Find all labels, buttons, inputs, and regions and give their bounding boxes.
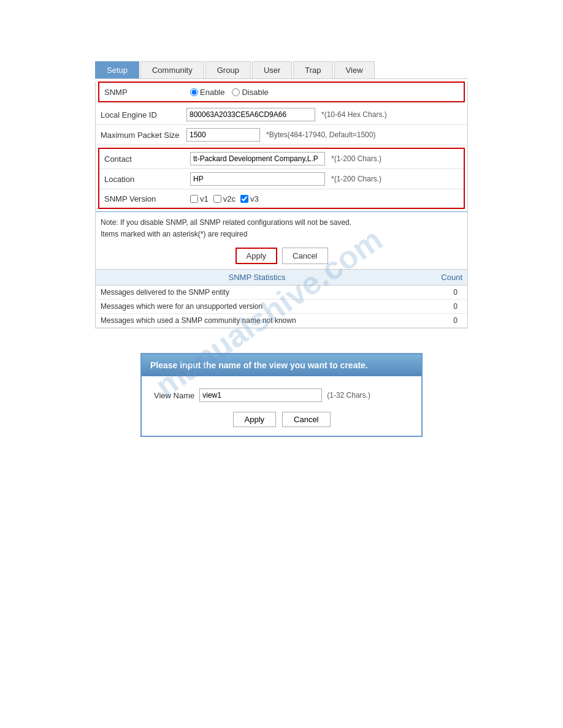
local-engine-id-input[interactable]	[186, 108, 315, 121]
v2c-label[interactable]: v2c	[213, 194, 236, 203]
form-area: SNMP Enable Disable Local Engine ID	[95, 82, 468, 328]
tab-view[interactable]: View	[334, 61, 375, 78]
tab-community[interactable]: Community	[140, 61, 204, 78]
v1-checkbox[interactable]	[190, 195, 198, 203]
v1-label[interactable]: v1	[190, 194, 209, 203]
stats-row-count: 0	[418, 300, 467, 314]
note-line2: Items marked with an asterisk(*) are req…	[101, 229, 462, 240]
snmp-version-row: SNMP Version v1 v2c v3	[99, 189, 464, 208]
stats-row-label: Messages delivered to the SNMP entity	[96, 286, 418, 300]
local-engine-id-label: Local Engine ID	[101, 110, 186, 119]
contact-control: *(1-200 Chars.)	[190, 152, 459, 165]
contact-input[interactable]	[190, 152, 325, 165]
tab-setup[interactable]: Setup	[95, 61, 139, 78]
modal-box: Please input the name of the view you wa…	[140, 353, 423, 437]
tab-bar: Setup Community Group User Trap View	[95, 61, 468, 79]
v2c-checkbox[interactable]	[213, 195, 221, 203]
view-name-label: View Name	[154, 391, 194, 400]
v3-label[interactable]: v3	[240, 194, 259, 203]
max-packet-size-input[interactable]	[186, 128, 260, 142]
tab-trap[interactable]: Trap	[293, 61, 332, 78]
apply-button[interactable]: Apply	[236, 248, 278, 264]
stats-row-count: 0	[418, 314, 467, 328]
stats-count-header: Count	[418, 270, 467, 286]
modal-overlay: Please input the name of the view you wa…	[95, 353, 468, 437]
table-row: Messages delivered to the SNMP entity 0	[96, 286, 467, 300]
snmp-version-label: SNMP Version	[104, 194, 190, 203]
local-engine-id-hint: *(10-64 Hex Chars.)	[321, 110, 387, 119]
note-area: Note: If you disable SNMP, all SNMP rela…	[96, 211, 467, 243]
snmp-disable-text: Disable	[242, 88, 268, 97]
snmp-enable-label[interactable]: Enable	[190, 88, 224, 97]
snmp-row: SNMP Enable Disable	[99, 83, 464, 101]
max-packet-size-row: Maximum Packet Size *Bytes(484-17940, De…	[96, 125, 467, 145]
snmp-disable-label[interactable]: Disable	[232, 88, 268, 97]
form-button-row: Apply Cancel	[96, 243, 467, 269]
snmp-radio-group: Enable Disable	[190, 88, 459, 97]
v3-checkbox[interactable]	[240, 195, 248, 203]
table-row: Messages which used a SNMP community nam…	[96, 314, 467, 328]
v2c-text: v2c	[223, 194, 236, 203]
snmp-enable-text: Enable	[200, 88, 224, 97]
stats-title-header: SNMP Statistics	[96, 270, 418, 286]
contact-row: Contact *(1-200 Chars.)	[99, 149, 464, 169]
modal-field-row: View Name (1-32 Chars.)	[154, 389, 409, 402]
cancel-button[interactable]: Cancel	[282, 248, 327, 264]
max-packet-size-control: *Bytes(484-17940, Default=1500)	[186, 128, 462, 142]
v3-text: v3	[250, 194, 259, 203]
modal-cancel-button[interactable]: Cancel	[282, 412, 330, 427]
local-engine-id-row: Local Engine ID *(10-64 Hex Chars.)	[96, 105, 467, 125]
location-label: Location	[104, 175, 190, 184]
snmp-version-control: v1 v2c v3	[190, 194, 459, 203]
stats-row-label: Messages which were for an unsupported v…	[96, 300, 418, 314]
modal-header: Please input the name of the view you wa…	[142, 354, 421, 376]
modal-body: View Name (1-32 Chars.) Apply Cancel	[142, 376, 421, 436]
local-engine-id-control: *(10-64 Hex Chars.)	[186, 108, 462, 121]
stats-row-count: 0	[418, 286, 467, 300]
snmp-disable-radio[interactable]	[232, 88, 240, 96]
max-packet-size-hint: *Bytes(484-17940, Default=1500)	[266, 131, 375, 139]
tab-user[interactable]: User	[252, 61, 292, 78]
snmp-label: SNMP	[104, 88, 190, 97]
note-line1: Note: If you disable SNMP, all SNMP rela…	[101, 217, 462, 229]
tab-group[interactable]: Group	[205, 61, 251, 78]
table-row: Messages which were for an unsupported v…	[96, 300, 467, 314]
stats-table: SNMP Statistics Count Messages delivered…	[96, 269, 467, 328]
view-name-hint: (1-32 Chars.)	[327, 391, 370, 400]
contact-label: Contact	[104, 154, 190, 164]
modal-apply-button[interactable]: Apply	[233, 412, 277, 427]
location-input[interactable]	[190, 172, 325, 186]
location-control: *(1-200 Chars.)	[190, 172, 459, 186]
snmp-enable-radio[interactable]	[190, 88, 198, 96]
location-hint: *(1-200 Chars.)	[331, 175, 381, 183]
v1-text: v1	[200, 194, 209, 203]
max-packet-size-label: Maximum Packet Size	[101, 131, 186, 140]
modal-buttons: Apply Cancel	[154, 412, 409, 427]
view-name-input[interactable]	[199, 389, 322, 402]
contact-hint: *(1-200 Chars.)	[331, 154, 381, 163]
location-row: Location *(1-200 Chars.)	[99, 169, 464, 189]
stats-row-label: Messages which used a SNMP community nam…	[96, 314, 418, 328]
